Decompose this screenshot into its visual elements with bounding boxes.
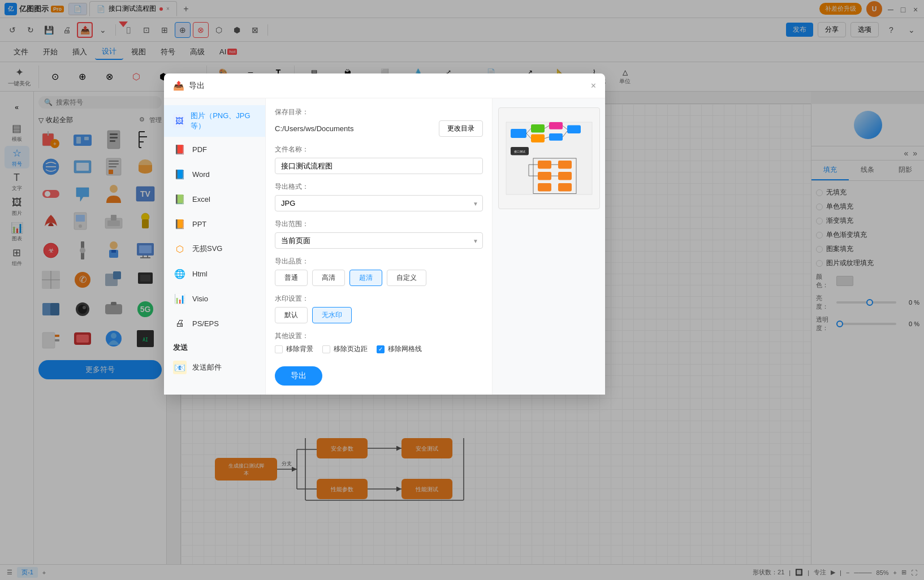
change-dir-btn[interactable]: 更改目录 [439, 120, 483, 137]
excel-export-label: Excel [192, 195, 210, 204]
export-option-ppt[interactable]: 📙 PPT [164, 211, 265, 236]
remove-margin-check[interactable]: 移除页边距 [322, 344, 368, 354]
send-section-title: 发送 [164, 336, 265, 355]
send-email-option[interactable]: 📧 发送邮件 [164, 355, 265, 380]
export-option-visio[interactable]: 📊 Visio [164, 286, 265, 311]
svg-rect-117 [558, 172, 572, 180]
dialog-right-panel: 保存目录： C:/Users/ws/Documents 更改目录 文件名称： 导… [266, 98, 492, 395]
export-option-html[interactable]: 🌐 Html [164, 261, 265, 286]
remove-grid-check[interactable]: ✓ 移除网格线 [377, 344, 422, 354]
quality-btns: 普通 高清 超清 自定义 [275, 270, 483, 286]
image-export-label: 图片（PNG、JPG等） [191, 111, 256, 131]
quality-label: 导出品质： [275, 257, 483, 266]
visio-export-icon: 📊 [173, 292, 187, 305]
watermark-default[interactable]: 默认 [275, 307, 308, 323]
svg-rect-105 [567, 125, 581, 133]
export-option-word[interactable]: 📘 Word [164, 162, 265, 187]
watermark-btns: 默认 无水印 [275, 307, 483, 323]
send-email-label: 发送邮件 [192, 362, 222, 373]
format-row: 导出格式： JPG PNG BMP GIF ▼ [275, 182, 483, 211]
filename-label: 文件名称： [275, 145, 483, 154]
do-export-btn[interactable]: 导出 [275, 366, 322, 386]
svg-rect-102 [531, 135, 545, 142]
dialog-overlay: 📤 导出 × 🖼 图片（PNG、JPG等） 📕 PDF 📘 Word [0, 0, 924, 580]
svg-rect-101 [531, 124, 545, 132]
remove-grid-box: ✓ [377, 345, 385, 353]
checkbox-row: 移除背景 移除页边距 ✓ 移除网格线 [275, 344, 483, 354]
dialog-body: 🖼 图片（PNG、JPG等） 📕 PDF 📘 Word 📗 Excel 📙 [164, 98, 605, 395]
ps-export-label: PS/EPS [192, 319, 219, 328]
svg-rect-114 [538, 161, 551, 168]
other-settings-row: 其他设置： 移除背景 移除页边距 ✓ 移除网格线 [275, 331, 483, 354]
dialog-close-btn[interactable]: × [591, 81, 596, 91]
ppt-export-icon: 📙 [173, 217, 187, 231]
visio-export-label: Visio [192, 295, 208, 303]
pdf-export-icon: 📕 [173, 142, 187, 156]
email-icon: 📧 [173, 361, 187, 374]
remove-bg-label: 移除背景 [286, 344, 313, 354]
export-dialog: 📤 导出 × 🖼 图片（PNG、JPG等） 📕 PDF 📘 Word [164, 73, 605, 395]
quality-high[interactable]: 高清 [312, 270, 345, 286]
remove-bg-box [275, 345, 283, 353]
watermark-none[interactable]: 无水印 [312, 307, 352, 323]
range-label: 导出范围： [275, 219, 483, 229]
svg-rect-115 [558, 161, 572, 168]
svg-rect-116 [538, 172, 551, 180]
format-select[interactable]: JPG PNG BMP GIF [275, 195, 483, 211]
html-export-icon: 🌐 [173, 267, 187, 280]
svg-rect-100 [511, 129, 526, 138]
svg-rect-118 [538, 183, 551, 191]
svg-text:接口测试: 接口测试 [514, 150, 525, 153]
watermark-row: 水印设置： 默认 无水印 [275, 294, 483, 323]
export-title-text: 导出 [189, 81, 205, 91]
export-option-svg[interactable]: ⬡ 无损SVG [164, 236, 265, 261]
filename-row: 文件名称： [275, 145, 483, 174]
svg-rect-119 [558, 183, 572, 191]
export-option-image[interactable]: 🖼 图片（PNG、JPG等） [164, 105, 265, 137]
remove-margin-box [322, 345, 330, 353]
quality-row: 导出品质： 普通 高清 超清 自定义 [275, 257, 483, 286]
remove-grid-label: 移除网格线 [388, 344, 422, 354]
other-settings-label: 其他设置： [275, 331, 483, 341]
excel-export-icon: 📗 [173, 192, 187, 206]
preview-panel: 接口测试 [492, 98, 605, 395]
export-title-icon: 📤 [173, 80, 184, 91]
remove-margin-label: 移除页边距 [334, 344, 368, 354]
export-option-excel[interactable]: 📗 Excel [164, 187, 265, 211]
svg-rect-103 [549, 122, 563, 129]
range-select[interactable]: 当前页面 全部页面 所选内容 [275, 232, 483, 249]
remove-bg-check[interactable]: 移除背景 [275, 344, 313, 354]
svg-rect-104 [549, 133, 563, 141]
quality-normal[interactable]: 普通 [275, 270, 308, 286]
dialog-header: 📤 导出 × [164, 73, 605, 98]
filename-input[interactable] [275, 158, 483, 174]
range-row: 导出范围： 当前页面 全部页面 所选内容 ▼ [275, 219, 483, 249]
save-dir-value: C:/Users/ws/Documents [275, 124, 434, 133]
dialog-left-panel: 🖼 图片（PNG、JPG等） 📕 PDF 📘 Word 📗 Excel 📙 [164, 98, 266, 395]
save-dir-label: 保存目录： [275, 107, 483, 117]
word-export-icon: 📘 [173, 167, 187, 181]
quality-ultra[interactable]: 超清 [349, 270, 382, 286]
range-select-wrapper: 当前页面 全部页面 所选内容 ▼ [275, 232, 483, 249]
pdf-export-label: PDF [192, 145, 207, 154]
image-export-icon: 🖼 [173, 114, 185, 128]
format-select-wrapper: JPG PNG BMP GIF ▼ [275, 195, 483, 211]
save-dir-row: 保存目录： C:/Users/ws/Documents 更改目录 [275, 107, 483, 137]
html-export-label: Html [192, 270, 208, 278]
word-export-label: Word [192, 170, 210, 179]
format-label: 导出格式： [275, 182, 483, 192]
preview-svg: 接口测试 [504, 116, 594, 201]
svg-export-icon: ⬡ [173, 242, 187, 256]
watermark-label: 水印设置： [275, 294, 483, 304]
export-option-pdf[interactable]: 📕 PDF [164, 137, 265, 162]
export-option-ps[interactable]: 🖨 PS/EPS [164, 311, 265, 336]
ppt-export-label: PPT [192, 220, 206, 228]
quality-custom[interactable]: 自定义 [387, 270, 426, 286]
dialog-title: 📤 导出 [173, 80, 205, 91]
preview-area: 接口测试 [498, 107, 600, 209]
ps-export-icon: 🖨 [173, 317, 187, 330]
svg-export-label: 无损SVG [192, 244, 222, 254]
